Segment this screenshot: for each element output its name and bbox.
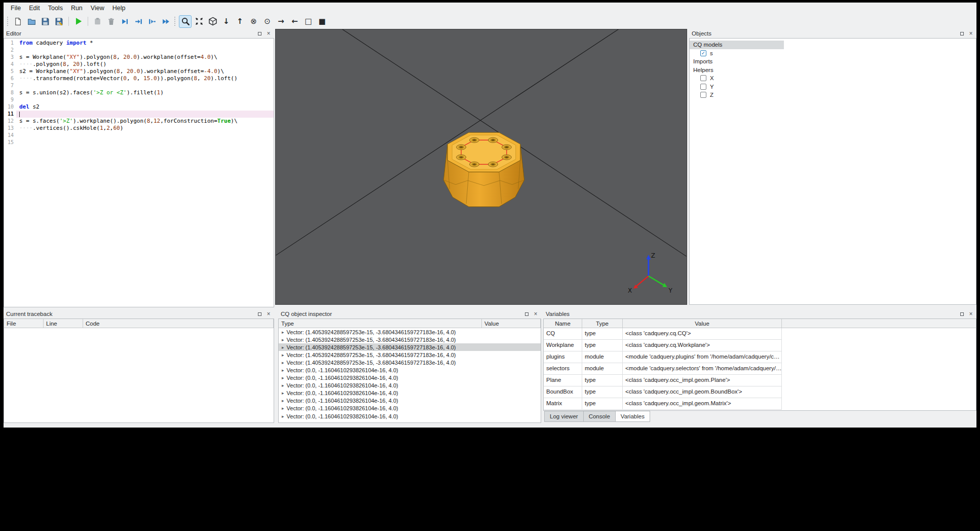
- variable-row[interactable]: pluginsmodule<module 'cadquery.plugins' …: [544, 351, 782, 363]
- code-line[interactable]: 12s = s.faces('>Z').workplane().polygon(…: [4, 118, 274, 125]
- float-panel-icon[interactable]: [958, 310, 965, 317]
- debug-icon[interactable]: [91, 15, 104, 28]
- back-view-icon[interactable]: ⊙: [261, 15, 274, 28]
- code-line[interactable]: 2: [4, 47, 274, 54]
- close-panel-icon[interactable]: ×: [967, 30, 974, 37]
- column-header-line[interactable]: Line: [44, 319, 83, 328]
- close-panel-icon[interactable]: ×: [265, 310, 272, 317]
- step-into-icon[interactable]: [132, 15, 145, 28]
- step-over-icon[interactable]: [119, 15, 131, 28]
- objects-item-x[interactable]: X: [690, 74, 976, 83]
- code-line[interactable]: 4····.polygon(8, 20).loft(): [4, 61, 274, 68]
- cad-model[interactable]: [443, 132, 524, 206]
- menu-view[interactable]: View: [87, 3, 108, 14]
- fit-icon[interactable]: [179, 15, 192, 28]
- inspector-row[interactable]: ▸Vector: (1.4053924288597253e-15, -3.680…: [279, 359, 541, 366]
- inspector-row[interactable]: ▸Vector: (1.4053924288597253e-15, -3.680…: [279, 343, 541, 351]
- code-line[interactable]: 13····.vertices().cskHole(1,2,60): [4, 125, 274, 132]
- save-icon[interactable]: [39, 15, 52, 28]
- inspector-row[interactable]: ▸Vector: (1.4053924288597253e-15, -3.680…: [279, 328, 541, 336]
- code-line[interactable]: 5s2 = Workplane("XY").polygon(8, 20.0).w…: [4, 68, 274, 75]
- float-panel-icon[interactable]: [523, 310, 530, 317]
- checkbox-z[interactable]: [700, 92, 706, 98]
- checkbox-x[interactable]: [700, 75, 706, 81]
- menu-run[interactable]: Run: [67, 3, 87, 14]
- inspector-row[interactable]: ▸Vector: (0.0, -1.1604610293826104e-16, …: [279, 390, 541, 397]
- inspector-row[interactable]: ▸Vector: (0.0, -1.1604610293826104e-16, …: [279, 366, 541, 374]
- expand-arrow-icon[interactable]: ▸: [282, 330, 284, 335]
- code-line[interactable]: 3s = Workplane("XY").polygon(8, 20.0).wo…: [4, 54, 274, 61]
- checkbox-s[interactable]: ✓: [700, 50, 706, 56]
- expand-arrow-icon[interactable]: ▸: [282, 391, 284, 396]
- menu-help[interactable]: Help: [108, 3, 130, 14]
- inspector-row[interactable]: ▸Vector: (1.4053924288597253e-15, -3.680…: [279, 351, 541, 359]
- code-line[interactable]: 15: [4, 139, 274, 146]
- code-line[interactable]: 7: [4, 82, 274, 89]
- delete-icon[interactable]: [105, 15, 118, 28]
- menu-tools[interactable]: Tools: [44, 3, 67, 14]
- inspector-row[interactable]: ▸Vector: (1.4053924288597253e-15, -3.680…: [279, 336, 541, 343]
- column-header-value[interactable]: Value: [623, 319, 782, 328]
- fit-all-icon[interactable]: [193, 15, 205, 28]
- inspector-row[interactable]: ▸Vector: (0.0, -1.1604610293826104e-16, …: [279, 412, 541, 420]
- column-header-type[interactable]: Type: [582, 319, 623, 328]
- expand-arrow-icon[interactable]: ▸: [282, 406, 284, 411]
- expand-arrow-icon[interactable]: ▸: [282, 345, 284, 350]
- column-header-name[interactable]: Name: [544, 319, 582, 328]
- code-line[interactable]: 10del s2: [4, 103, 274, 111]
- float-panel-icon[interactable]: [256, 310, 263, 317]
- menu-file[interactable]: File: [7, 3, 25, 14]
- expand-arrow-icon[interactable]: ▸: [282, 398, 284, 403]
- bottom-view-icon[interactable]: ↑: [234, 15, 246, 28]
- code-line[interactable]: 1from cadquery import *: [4, 40, 274, 47]
- code-line[interactable]: 11: [4, 111, 274, 118]
- objects-item-helpers[interactable]: Helpers: [690, 66, 976, 75]
- tab-console[interactable]: Console: [583, 411, 616, 422]
- new-file-icon[interactable]: [12, 15, 24, 28]
- inspector-row[interactable]: ▸Vector: (0.0, -1.1604610293826104e-16, …: [279, 397, 541, 405]
- float-panel-icon[interactable]: [958, 30, 965, 37]
- expand-arrow-icon[interactable]: ▸: [282, 383, 284, 388]
- objects-tree[interactable]: CQ models✓sImportsHelpersXYZ: [689, 38, 976, 305]
- close-panel-icon[interactable]: ×: [532, 310, 539, 317]
- tab-log-viewer[interactable]: Log viewer: [544, 411, 584, 422]
- variable-row[interactable]: Planetype<class 'cadquery.occ_impl.geom.…: [544, 375, 782, 386]
- menu-edit[interactable]: Edit: [25, 3, 44, 14]
- expand-arrow-icon[interactable]: ▸: [282, 368, 284, 373]
- checkbox-y[interactable]: [700, 84, 706, 90]
- iso-view-icon[interactable]: [206, 15, 219, 28]
- variable-row[interactable]: Workplanetype<class 'cadquery.cq.Workpla…: [544, 340, 782, 351]
- expand-arrow-icon[interactable]: ▸: [282, 360, 284, 365]
- right-view-icon[interactable]: ←: [288, 15, 301, 28]
- variable-row[interactable]: Matrixtype<class 'cadquery.occ_impl.geom…: [544, 398, 782, 410]
- inspector-row[interactable]: ▸Vector: (0.0, -1.1604610293826104e-16, …: [279, 374, 541, 382]
- viewport-3d[interactable]: Z X Y: [275, 29, 687, 305]
- variable-row[interactable]: selectorsmodule<module 'cadquery.selecto…: [544, 363, 782, 375]
- close-panel-icon[interactable]: ×: [967, 310, 974, 317]
- save-as-icon[interactable]: [53, 15, 65, 28]
- expand-arrow-icon[interactable]: ▸: [282, 352, 284, 358]
- objects-item-y[interactable]: Y: [690, 83, 976, 91]
- code-line[interactable]: 8s = s.union(s2).faces('>Z or <Z').fille…: [4, 89, 274, 96]
- column-header-file[interactable]: File: [4, 319, 44, 328]
- top-view-icon[interactable]: ↓: [220, 15, 233, 28]
- objects-item-z[interactable]: Z: [690, 91, 976, 99]
- inspector-row[interactable]: ▸Vector: (0.0, -1.1604610293826104e-16, …: [279, 405, 541, 412]
- column-header-type[interactable]: Type: [279, 319, 482, 328]
- viewport-canvas[interactable]: Z X Y: [276, 29, 687, 304]
- variable-row[interactable]: BoundBoxtype<class 'cadquery.occ_impl.ge…: [544, 386, 782, 398]
- code-editor[interactable]: 1from cadquery import *23s = Workplane("…: [4, 38, 274, 307]
- expand-arrow-icon[interactable]: ▸: [282, 375, 284, 380]
- code-line[interactable]: 6····.transformed(rotate=Vector(0, 0, 15…: [4, 75, 274, 82]
- inspector-row[interactable]: ▸Vector: (0.0, -1.1604610293826104e-16, …: [279, 382, 541, 390]
- tab-variables[interactable]: Variables: [615, 411, 650, 422]
- objects-item-s[interactable]: ✓s: [690, 49, 976, 58]
- code-line[interactable]: 9: [4, 96, 274, 103]
- step-return-icon[interactable]: [146, 15, 159, 28]
- column-header-code[interactable]: Code: [83, 319, 274, 328]
- run-icon[interactable]: [72, 15, 85, 28]
- column-header-value[interactable]: Value: [482, 319, 541, 328]
- close-panel-icon[interactable]: ×: [265, 30, 272, 37]
- expand-arrow-icon[interactable]: ▸: [282, 414, 284, 419]
- objects-item-cq-models[interactable]: CQ models: [690, 41, 784, 49]
